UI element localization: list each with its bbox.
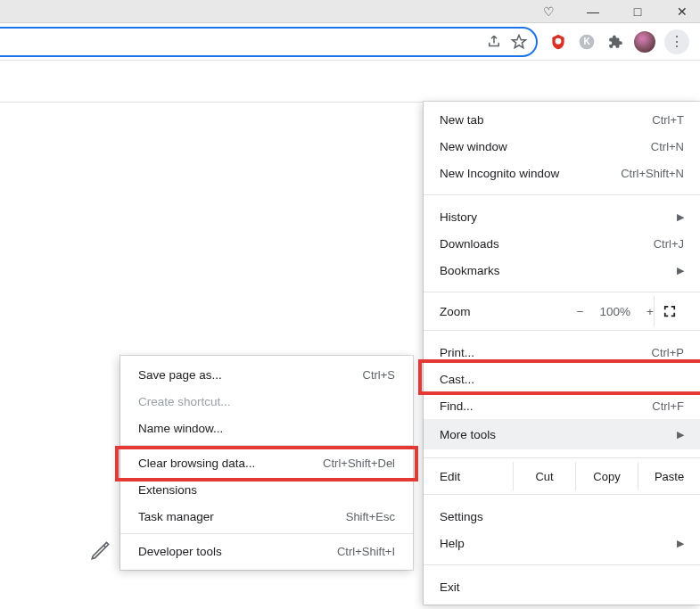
menu-separator — [120, 445, 413, 446]
menu-shortcut: Ctrl+N — [651, 140, 684, 153]
menu-label: Settings — [440, 510, 684, 523]
menu-label: Print... — [440, 346, 652, 359]
svg-marker-0 — [513, 35, 526, 47]
submenu-task-manager[interactable]: Task manager Shift+Esc — [120, 503, 413, 530]
menu-shortcut: Shift+Esc — [346, 510, 395, 523]
zoom-in-button[interactable]: + — [646, 305, 654, 318]
menu-label: More tools — [440, 428, 677, 441]
extension-bar: K ⋮ — [538, 29, 700, 54]
chrome-menu-button[interactable]: ⋮ — [664, 29, 689, 54]
browser-toolbar: K ⋮ — [0, 23, 700, 61]
submenu-create-shortcut: Create shortcut... — [120, 388, 413, 415]
menu-new-window[interactable]: New window Ctrl+N — [424, 133, 700, 160]
menu-separator — [424, 292, 700, 292]
svg-text:K: K — [583, 37, 590, 46]
more-tools-submenu: Save page as... Ctrl+S Create shortcut..… — [120, 356, 413, 570]
menu-label: Create shortcut... — [138, 395, 395, 408]
menu-label: History — [440, 210, 677, 224]
menu-downloads[interactable]: Downloads Ctrl+J — [424, 230, 700, 257]
submenu-arrow-icon: ▶ — [677, 538, 684, 549]
window-titlebar: ♡ — □ ✕ — [0, 0, 700, 23]
menu-label: New tab — [440, 113, 652, 127]
menu-settings[interactable]: Settings — [424, 503, 700, 530]
submenu-clear-browsing-data[interactable]: Clear browsing data... Ctrl+Shift+Del — [120, 449, 413, 476]
submenu-arrow-icon: ▶ — [677, 211, 684, 223]
submenu-save-page[interactable]: Save page as... Ctrl+S — [120, 361, 413, 388]
menu-edit: Edit Cut Copy Paste — [424, 462, 700, 490]
menu-separator — [424, 194, 700, 195]
menu-shortcut: Ctrl+S — [363, 368, 395, 382]
menu-separator — [424, 494, 700, 495]
menu-print[interactable]: Print... Ctrl+P — [424, 339, 700, 366]
heart-icon[interactable]: ♡ — [539, 3, 557, 21]
menu-shortcut: Ctrl+Shift+I — [337, 545, 395, 558]
svg-point-1 — [556, 37, 562, 44]
menu-label: New window — [440, 140, 651, 153]
menu-history[interactable]: History ▶ — [424, 203, 700, 230]
menu-separator — [424, 457, 700, 458]
extensions-puzzle-icon[interactable] — [605, 32, 625, 52]
menu-label: Developer tools — [138, 545, 337, 558]
submenu-developer-tools[interactable]: Developer tools Ctrl+Shift+I — [120, 538, 413, 564]
menu-separator — [120, 533, 413, 534]
menu-label: Extensions — [138, 483, 395, 497]
close-button[interactable]: ✕ — [673, 3, 691, 21]
star-icon[interactable] — [511, 34, 527, 50]
menu-label: Cast... — [440, 373, 684, 386]
menu-label: Task manager — [138, 510, 346, 523]
menu-help[interactable]: Help ▶ — [424, 530, 700, 556]
menu-separator — [424, 330, 700, 331]
submenu-arrow-icon: ▶ — [677, 429, 684, 440]
zoom-label: Zoom — [440, 305, 577, 318]
menu-shortcut: Ctrl+T — [652, 113, 684, 127]
omnibox[interactable] — [0, 27, 538, 57]
menu-exit[interactable]: Exit — [424, 573, 700, 600]
menu-label: New Incognito window — [440, 167, 621, 180]
edit-pen-icon[interactable] — [89, 539, 114, 564]
menu-label: Clear browsing data... — [138, 457, 323, 470]
menu-find[interactable]: Find... Ctrl+F — [424, 392, 700, 419]
menu-label: Downloads — [440, 237, 654, 251]
menu-new-tab[interactable]: New tab Ctrl+T — [424, 106, 700, 133]
menu-shortcut: Ctrl+J — [654, 237, 684, 251]
menu-shortcut: Ctrl+F — [652, 399, 684, 413]
edit-label: Edit — [440, 470, 513, 483]
menu-bookmarks[interactable]: Bookmarks ▶ — [424, 257, 700, 284]
menu-cast[interactable]: Cast... — [424, 366, 700, 392]
share-icon[interactable] — [486, 34, 502, 50]
menu-label: Save page as... — [138, 368, 363, 382]
menu-zoom: Zoom − 100% + — [424, 296, 700, 326]
menu-more-tools[interactable]: More tools ▶ — [424, 419, 700, 449]
menu-shortcut: Ctrl+Shift+Del — [323, 457, 395, 470]
menu-shortcut: Ctrl+P — [652, 346, 684, 359]
menu-label: Name window... — [138, 422, 395, 435]
page-content: New tab Ctrl+T New window Ctrl+N New Inc… — [0, 102, 700, 609]
profile-avatar[interactable] — [634, 31, 655, 53]
menu-label: Help — [440, 537, 677, 550]
edit-copy-button[interactable]: Copy — [575, 462, 638, 490]
extension-k-icon[interactable]: K — [577, 32, 597, 52]
submenu-arrow-icon: ▶ — [677, 265, 684, 276]
ublock-icon[interactable] — [548, 32, 568, 52]
menu-label: Bookmarks — [440, 264, 677, 277]
fullscreen-button[interactable] — [654, 296, 684, 326]
menu-separator — [424, 564, 700, 565]
submenu-name-window[interactable]: Name window... — [120, 415, 413, 441]
submenu-extensions[interactable]: Extensions — [120, 476, 413, 503]
minimize-button[interactable]: — — [584, 3, 602, 21]
zoom-level: 100% — [600, 305, 631, 318]
maximize-button[interactable]: □ — [629, 3, 646, 21]
menu-new-incognito[interactable]: New Incognito window Ctrl+Shift+N — [424, 160, 700, 186]
edit-paste-button[interactable]: Paste — [638, 462, 700, 490]
edit-cut-button[interactable]: Cut — [513, 462, 575, 490]
menu-label: Exit — [440, 580, 684, 594]
menu-shortcut: Ctrl+Shift+N — [621, 167, 684, 180]
chrome-main-menu: New tab Ctrl+T New window Ctrl+N New Inc… — [424, 102, 700, 605]
menu-label: Find... — [440, 399, 652, 413]
zoom-out-button[interactable]: − — [577, 305, 584, 318]
